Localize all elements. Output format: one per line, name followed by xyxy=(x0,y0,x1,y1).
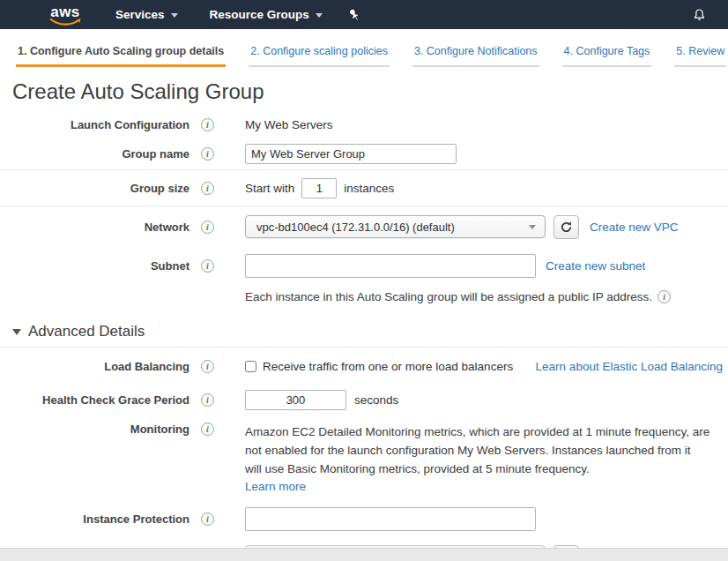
subnet-label: Subnet xyxy=(0,259,189,273)
row-subnet-note: Each instance in this Auto Scaling group… xyxy=(0,284,728,309)
wizard-tabbar: 1. Configure Auto Scaling group details … xyxy=(0,29,728,67)
group-size-suffix: instances xyxy=(344,182,394,195)
network-selected-value: vpc-bd100ec4 (172.31.0.0/16) (default) xyxy=(256,221,455,234)
tab-review[interactable]: 5. Review xyxy=(674,41,726,67)
advanced-details-title: Advanced Details xyxy=(28,323,145,340)
load-balancing-checkbox-label: Receive traffic from one or more load ba… xyxy=(263,360,513,373)
chevron-down-icon xyxy=(171,13,178,18)
tab-configure-asg-details[interactable]: 1. Configure Auto Scaling group details xyxy=(16,41,226,67)
network-select[interactable]: vpc-bd100ec4 (172.31.0.0/16) (default) xyxy=(245,215,546,238)
launch-configuration-value: My Web Servers xyxy=(245,118,333,131)
top-navbar: aws Services Resource Groups xyxy=(0,0,728,29)
triangle-down-icon xyxy=(12,329,21,335)
row-load-balancing: Load Balancing i Receive traffic from on… xyxy=(0,348,728,385)
refresh-icon xyxy=(560,221,573,234)
group-size-input[interactable] xyxy=(301,178,337,198)
refresh-vpc-button[interactable] xyxy=(553,215,579,239)
monitoring-text: Amazon EC2 Detailed Monitoring metrics, … xyxy=(245,423,710,478)
instance-protection-input[interactable] xyxy=(245,507,536,531)
network-label: Network xyxy=(0,221,189,234)
info-icon[interactable]: i xyxy=(201,221,214,234)
group-name-label: Group name xyxy=(0,147,189,161)
pin-icon[interactable] xyxy=(345,4,364,24)
group-size-label: Group size xyxy=(0,182,189,195)
info-icon[interactable]: i xyxy=(657,290,671,303)
main-content: Create Auto Scaling Group Launch Configu… xyxy=(0,67,728,561)
nav-services-menu[interactable]: Services xyxy=(115,8,178,21)
group-size-prefix: Start with xyxy=(245,182,294,195)
tab-configure-scaling-policies[interactable]: 2. Configure scaling policies xyxy=(249,41,390,67)
row-instance-protection: Instance Protection i xyxy=(0,499,728,538)
create-new-subnet-link[interactable]: Create new subnet xyxy=(546,259,645,273)
row-health-check: Health Check Grace Period i seconds xyxy=(0,385,728,415)
info-icon[interactable]: i xyxy=(201,259,214,273)
nav-resource-groups-menu[interactable]: Resource Groups xyxy=(210,8,323,21)
chevron-down-icon xyxy=(316,13,323,18)
subnet-input[interactable] xyxy=(245,254,536,278)
health-check-suffix: seconds xyxy=(354,393,398,407)
load-balancing-checkbox[interactable] xyxy=(245,361,256,372)
nav-resource-groups-label: Resource Groups xyxy=(210,8,309,21)
info-icon[interactable]: i xyxy=(201,118,214,131)
aws-logo[interactable]: aws xyxy=(48,4,82,26)
nav-services-label: Services xyxy=(115,8,165,21)
select-caret-icon xyxy=(529,225,536,229)
aws-smile-icon xyxy=(48,18,82,26)
info-icon[interactable]: i xyxy=(201,393,214,407)
page-title: Create Auto Scaling Group xyxy=(12,79,728,104)
tab-configure-tags[interactable]: 4. Configure Tags xyxy=(562,41,652,67)
info-icon[interactable]: i xyxy=(201,147,214,161)
row-monitoring: Monitoring i Amazon EC2 Detailed Monitor… xyxy=(0,423,728,494)
tab-configure-notifications[interactable]: 3. Configure Notifications xyxy=(412,41,539,67)
info-icon[interactable]: i xyxy=(201,423,214,436)
info-icon[interactable]: i xyxy=(201,182,214,195)
footer-strip xyxy=(0,548,728,561)
health-check-input[interactable] xyxy=(245,390,346,410)
row-subnet: Subnet i Create new subnet xyxy=(0,247,728,284)
launch-configuration-label: Launch Configuration xyxy=(0,118,189,131)
info-icon[interactable]: i xyxy=(201,512,214,526)
load-balancing-label: Load Balancing xyxy=(0,360,189,373)
row-group-size: Group size i Start with instances xyxy=(0,170,728,206)
advanced-details-toggle[interactable]: Advanced Details xyxy=(12,323,728,340)
group-name-input[interactable] xyxy=(245,144,457,164)
info-icon[interactable]: i xyxy=(201,360,214,373)
subnet-note-text: Each instance in this Auto Scaling group… xyxy=(245,290,652,303)
learn-about-elb-link[interactable]: Learn about Elastic Load Balancing xyxy=(536,360,723,373)
row-launch-configuration: Launch Configuration i My Web Servers xyxy=(0,111,728,138)
row-network: Network i vpc-bd100ec4 (172.31.0.0/16) (… xyxy=(0,206,728,247)
health-check-label: Health Check Grace Period xyxy=(0,393,189,407)
monitoring-label: Monitoring xyxy=(0,423,189,436)
instance-protection-label: Instance Protection xyxy=(0,512,189,526)
learn-more-link[interactable]: Learn more xyxy=(245,480,306,493)
create-new-vpc-link[interactable]: Create new VPC xyxy=(590,221,679,234)
row-group-name: Group name i xyxy=(0,138,728,169)
bell-icon[interactable] xyxy=(692,7,707,23)
